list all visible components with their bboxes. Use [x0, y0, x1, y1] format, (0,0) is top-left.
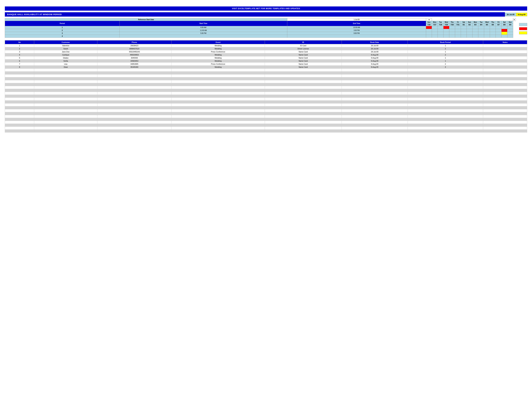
empty-cell [408, 101, 483, 103]
empty-cell [408, 92, 483, 95]
booking-cell-8-1: 8 [5, 65, 34, 69]
empty-cell [171, 77, 265, 80]
ref-start-row: Reference Start Date 1-Jul-09 ◄ ► [5, 18, 516, 21]
avail-2-6 [455, 29, 461, 32]
avail-1-9 [473, 26, 478, 29]
empty-cell [5, 124, 34, 127]
legend-red-box [519, 27, 527, 30]
day-mon1: Mon [432, 21, 438, 24]
empty-cell [34, 80, 97, 83]
empty-cell [97, 86, 171, 89]
legend-yellow-box [519, 31, 527, 34]
empty-row-8 [5, 89, 527, 92]
period-row-1: 1 6:00 AM 10:00 AM [5, 26, 516, 29]
date-82: 8/2 [467, 24, 473, 26]
empty-cell [483, 72, 527, 75]
start-time-4 [120, 35, 287, 38]
empty-row-22 [5, 130, 527, 132]
avail-3-4 [444, 32, 449, 35]
arrow-right[interactable]: ► [513, 18, 516, 21]
avail-4-7 [461, 35, 467, 38]
empty-row-3 [5, 75, 527, 77]
date-731: 7/31 [455, 24, 461, 26]
booking-row-5: 5Gladys3045930WeddingName Card9-Aug-091 [5, 56, 527, 59]
empty-cell [97, 77, 171, 80]
booking-cell-4-1: 4 [5, 53, 34, 56]
booking-cell-6-3: 34583453 [97, 59, 171, 63]
booking-cell-2-7: 2 [408, 47, 483, 50]
booking-cell-8-6: 8-Aug-09 [342, 65, 408, 69]
empty-cell [97, 124, 171, 127]
empty-cell [97, 92, 171, 95]
empty-cell [483, 86, 527, 89]
avail-3-7 [461, 32, 467, 35]
empty-cell [171, 89, 265, 92]
booking-cell-8-8 [483, 65, 527, 69]
avail-2-14 [502, 29, 507, 32]
avail-1-11 [484, 26, 490, 29]
empty-cell [171, 115, 265, 118]
empty-cell [5, 118, 34, 121]
empty-row-14 [5, 106, 527, 109]
empty-cell [171, 72, 265, 75]
booking-cell-3-2: Jane Doe [34, 50, 97, 53]
booking-cell-8-2: Dewi [34, 65, 97, 69]
end-time-4 [287, 35, 426, 38]
day-wed1: Wed [444, 21, 449, 24]
empty-row-16 [5, 112, 527, 115]
date-84: 8/4 [478, 24, 484, 26]
empty-cell [265, 112, 342, 115]
empty-cell [408, 109, 483, 112]
arrow-left[interactable]: ◄ [426, 18, 432, 21]
empty-cell [265, 80, 342, 83]
avail-1-13 [496, 26, 502, 29]
empty-cell [342, 69, 408, 72]
date-87: 8/7 [496, 24, 502, 26]
empty-cell [5, 98, 34, 101]
empty-cell [171, 95, 265, 98]
empty-cell [265, 89, 342, 92]
booking-cell-7-5: Name Card [265, 63, 342, 65]
empty-cell [483, 103, 527, 106]
booking-cell-7-7: 2 [408, 63, 483, 65]
empty-cell [483, 101, 527, 103]
empty-cell [97, 72, 171, 75]
empty-cell [171, 92, 265, 95]
booking-cell-8-5: Name Card [265, 65, 342, 69]
col-customer: Customer [34, 40, 97, 44]
legend-blue-box [519, 23, 527, 26]
empty-cell [342, 121, 408, 124]
booking-cell-5-1: 5 [5, 56, 34, 59]
empty-cell [97, 98, 171, 101]
empty-cell [408, 83, 483, 86]
booking-cell-1-6: 26-Jul-09 [342, 44, 408, 47]
col-phone: Phone [97, 40, 171, 44]
day-sun2: Sun [467, 21, 473, 24]
avail-3-8 [467, 32, 473, 35]
col-id: ID [265, 40, 342, 44]
empty-cell [34, 92, 97, 95]
empty-cell [342, 106, 408, 109]
booking-cell-1-8 [483, 44, 527, 47]
avail-3-3 [438, 32, 444, 35]
empty-cell [34, 124, 97, 127]
avail-2-13 [496, 29, 502, 32]
avail-4-9 [473, 35, 478, 38]
booking-row-4: 4Cantique495034853WeddingName Card8-Aug-… [5, 53, 527, 56]
booking-cell-4-7: 2 [408, 53, 483, 56]
day-sat1: Sat [461, 21, 467, 24]
empty-cell [483, 95, 527, 98]
booking-cell-3-6: 29-Jul-09 [342, 50, 408, 53]
empty-cell [265, 127, 342, 130]
empty-cell [342, 86, 408, 89]
empty-cell [97, 121, 171, 124]
empty-row-15 [5, 109, 527, 112]
empty-cell [34, 103, 97, 106]
empty-cell [342, 95, 408, 98]
empty-cell [34, 109, 97, 112]
empty-cell [5, 69, 34, 72]
legend [519, 18, 527, 35]
empty-cell [483, 89, 527, 92]
empty-cell [408, 75, 483, 77]
avail-4-6 [455, 35, 461, 38]
